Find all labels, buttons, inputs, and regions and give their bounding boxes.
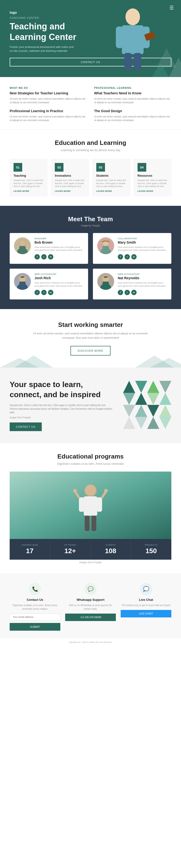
phone-icon: 📞 <box>29 583 41 595</box>
edu-card-4: 04 Resources Sample text. Click to selec… <box>134 159 171 196</box>
svg-rect-5 <box>134 53 141 70</box>
stat-projects-value: 150 <box>136 547 167 555</box>
facebook-icon-nat[interactable]: f <box>118 290 123 295</box>
instagram-icon-jonh[interactable]: in <box>48 290 53 295</box>
stat-years-label: XP YEARS <box>55 544 86 546</box>
edu-card-text-3: Sample text. Click to select the text bo… <box>96 179 126 188</box>
svg-marker-33 <box>135 381 147 393</box>
team-desc-nat: Glue amet lorem molestie arcu at fringil… <box>118 281 167 287</box>
discover-more-button[interactable]: DISCOVER MORE <box>71 346 111 355</box>
stat-clients: CLIENTS 108 <box>90 539 131 560</box>
inspire-description: Sample text. Click to select the text bo… <box>10 403 113 414</box>
team-title: Meet The Team <box>10 215 171 223</box>
team-info-nat: Web accountant Nat Reynolds Glue amet lo… <box>118 273 167 295</box>
footer-text: Sample text. Click to select the Tue Ele… <box>10 641 171 643</box>
instagram-icon-nat[interactable]: in <box>131 290 137 295</box>
team-card-mary: Collaborator Mary Smith Glue amet lorem … <box>93 233 171 264</box>
instagram-icon-bob[interactable]: in <box>48 254 53 259</box>
facebook-icon-jonh[interactable]: f <box>34 290 40 295</box>
twitter-icon-nat[interactable]: t <box>125 290 130 295</box>
contact-title-2: Whatsapp Support <box>65 598 116 601</box>
team-name-nat: Nat Reynolds <box>118 276 167 280</box>
edu-num-2: 02 <box>55 163 63 172</box>
twitter-icon-jonh[interactable]: t <box>41 290 47 295</box>
team-card-nat: Web accountant Nat Reynolds Glue amet lo… <box>93 269 171 300</box>
svg-point-56 <box>73 489 77 493</box>
email-input[interactable] <box>10 614 60 621</box>
footer: Sample text. Click to select the Tue Ele… <box>0 638 181 646</box>
facebook-icon-bob[interactable]: f <box>34 254 40 259</box>
avatar-nat <box>97 273 114 290</box>
svg-point-25 <box>103 276 109 282</box>
education-subtitle: Learning is something we do almost every… <box>10 149 171 152</box>
edu-card-text-1: Sample text. Click to select the text bo… <box>14 179 44 188</box>
hamburger-icon[interactable]: ☰ <box>170 5 174 10</box>
col-what-we-do: WHAT WE DO New Strategies for Teacher Le… <box>10 87 87 122</box>
education-section: Education and Learning Learning is somet… <box>0 129 181 206</box>
stat-awards: AWARDS WON 17 <box>10 539 50 560</box>
svg-marker-45 <box>135 417 147 429</box>
submit-button[interactable]: SUBMIT <box>10 623 60 631</box>
svg-rect-1 <box>122 25 144 54</box>
svg-marker-43 <box>159 405 171 417</box>
smarter-section: Start working smarter Ut enim ad minim v… <box>0 309 181 368</box>
svg-point-20 <box>19 276 26 282</box>
svg-rect-21 <box>19 282 26 289</box>
header: logo ☰ COACHING CENTER Teaching and Lear… <box>0 0 181 77</box>
contact-section: 📞 Contact Us Dignissim sodales ut eu sem… <box>0 574 181 638</box>
smarter-text: Ut enim ad minim veniam, quis nostrud ex… <box>30 332 151 340</box>
live-chat-button[interactable]: LIVE CHART <box>121 610 171 617</box>
header-person-image <box>109 5 166 77</box>
svg-marker-38 <box>147 393 159 405</box>
item4-title: The Good Design <box>94 109 171 113</box>
twitter-icon-mary[interactable]: t <box>125 254 130 259</box>
inspire-title: Your space to learn, connect, and be ins… <box>10 380 113 400</box>
svg-marker-46 <box>147 417 159 429</box>
col2-label: PROFESSIONAL LEARNING <box>94 87 171 89</box>
education-cards: 01 Teaching Sample text. Click to select… <box>10 159 171 196</box>
edu-card-title-1: Teaching <box>14 174 44 177</box>
whatsapp-button[interactable]: +12-345-678-09689 <box>65 614 116 621</box>
chat-icon-symbol: 💭 <box>143 586 149 592</box>
learn-more-3[interactable]: LEARN MORE <box>96 190 126 192</box>
learn-more-2[interactable]: LEARN MORE <box>55 190 85 192</box>
team-desc-mary: Glue amet lorem molestie arcu at fringil… <box>118 246 167 252</box>
edu-card-text-4: Sample text. Click to select the text bo… <box>137 179 167 188</box>
svg-rect-26 <box>103 282 109 289</box>
educational-programs-image <box>10 471 171 539</box>
phone-icon-symbol: 📞 <box>32 586 38 592</box>
svg-rect-13 <box>19 246 26 253</box>
header-description: Further your professional development wi… <box>10 45 77 53</box>
instagram-icon-mary[interactable]: in <box>131 254 137 259</box>
team-image-credit: Image by Freepik <box>10 224 171 227</box>
team-grid: Manager Bob Brown Glue amet lorem molest… <box>10 233 171 300</box>
facebook-icon-mary[interactable]: f <box>118 254 123 259</box>
avatar-nat-image <box>97 273 114 290</box>
team-name-jonh: Jonh Rich <box>34 276 84 280</box>
nav-menu[interactable]: ☰ <box>170 5 174 10</box>
chat-icon: 💭 <box>140 583 152 595</box>
whatsapp-icon: 💬 <box>84 583 97 595</box>
edu-programs-subtitle: Dignissim sodales ut eu sem. Amet luctus… <box>10 462 171 466</box>
avatar-jonh-image <box>14 273 31 290</box>
twitter-icon-bob[interactable]: t <box>41 254 47 259</box>
learn-more-1[interactable]: LEARN MORE <box>14 190 44 192</box>
stat-awards-value: 17 <box>15 547 45 555</box>
avatar-mary <box>97 237 114 254</box>
svg-point-57 <box>104 489 108 493</box>
team-desc-bob: Glue amet lorem molestie arcu at fringil… <box>34 246 84 252</box>
item3-title: Professional Learning in Practice <box>10 109 87 113</box>
education-title: Education and Learning <box>10 139 171 147</box>
inspire-shapes <box>123 381 171 430</box>
svg-rect-58 <box>85 516 89 531</box>
edu-num-4: 04 <box>137 163 146 172</box>
inspire-contact-button[interactable]: CONTACT US <box>10 423 42 431</box>
col1-label: WHAT WE DO <box>10 87 87 89</box>
team-card-jonh: Web accountant Jonh Rich Glue amet lorem… <box>10 269 88 300</box>
stats-bar: AWARDS WON 17 XP YEARS 12+ CLIENTS 108 P… <box>10 539 171 560</box>
inspire-image-credit: Image from Freepik <box>10 416 113 419</box>
learn-more-4[interactable]: LEARN MORE <box>137 190 167 192</box>
team-social-bob: f t in <box>34 254 84 259</box>
edu-card-2: 02 Innovations Sample text. Click to sel… <box>51 159 88 196</box>
item1-text: Ut enim ad minim veniam, quis nostrud ex… <box>10 97 87 104</box>
